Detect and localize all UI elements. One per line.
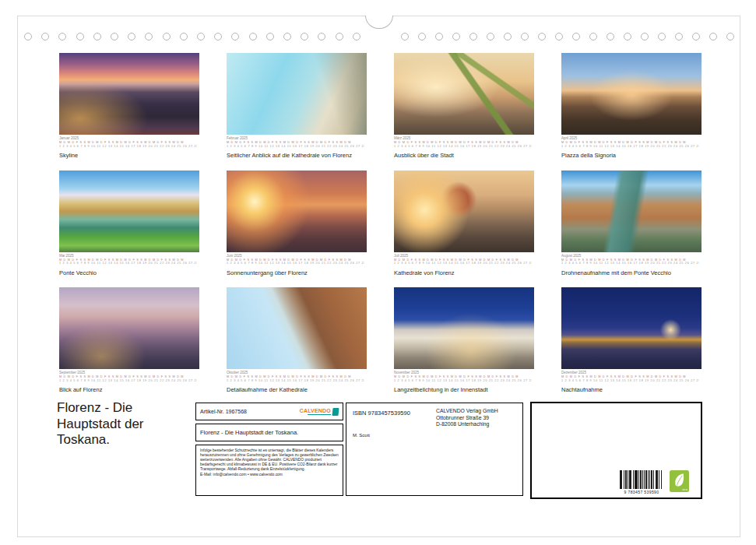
spiral-binding-holes-left	[24, 33, 360, 40]
month-photo-august	[561, 171, 701, 252]
binding-hole	[180, 33, 188, 40]
month-card-may: Mai 2025 M D M D F S S M D M D F S S M D…	[59, 171, 199, 288]
ean-barcode-number: 9 783457 539590	[616, 490, 667, 494]
month-photo-february	[227, 53, 367, 135]
month-caption: Skyline	[59, 152, 199, 159]
binding-hole	[709, 33, 717, 40]
binding-hole	[266, 33, 274, 40]
month-card-august: August 2025 M D M D F S S M D M D F S S …	[561, 171, 701, 288]
binding-hole	[231, 33, 239, 40]
month-caption: Sonnenuntergang über Florenz	[227, 269, 367, 276]
binding-hole	[555, 33, 563, 40]
mini-calendar-weekday-row: M D M D F S S M D M D F S S M D M D F S …	[227, 375, 364, 379]
month-label: November 2025	[394, 371, 534, 374]
month-card-february: Februar 2025 M D M D F S S M D M D F S S…	[227, 53, 367, 171]
binding-hole	[607, 33, 614, 40]
month-photo-november	[394, 287, 534, 369]
month-photo-october	[227, 287, 367, 369]
month-caption: Piazza della Signoria	[561, 152, 701, 159]
binding-hole	[538, 33, 546, 40]
spiral-binding-holes-right	[401, 33, 734, 40]
month-label: März 2025	[394, 136, 534, 140]
publisher-box: ISBN 9783457539590 M. Scott CALVENDO Ver…	[346, 403, 523, 496]
binding-hole	[93, 33, 101, 40]
month-caption: Nachtaufnahme	[561, 386, 701, 393]
eco-logo: eco	[670, 470, 689, 492]
article-number: Artikel-Nr. 1967568	[200, 409, 247, 414]
mini-calendar-date-row: 1 2 3 4 5 6 7 8 9 10 11 12 13 14 15 16 1…	[561, 379, 699, 383]
legal-text: Infolge bestehender Schutzrechte ist es …	[200, 448, 339, 472]
calendar-title: Florenz - Die Hauptstadt der Toskana.	[57, 400, 144, 448]
month-caption: Ponte Vecchio	[59, 269, 199, 276]
binding-hole	[401, 33, 409, 40]
calendar-title-line: Toskana.	[57, 432, 144, 448]
mini-calendar-date-row: 1 2 3 4 5 6 7 8 9 10 11 12 13 14 15 16 1…	[227, 145, 364, 149]
month-caption: Drohnenaufnahme mit dem Ponte Vecchio	[561, 269, 701, 276]
month-photo-may	[59, 171, 199, 252]
month-caption: Kathedrale von Florenz	[394, 269, 534, 276]
legal-text-box: Infolge bestehender Schutzrechte ist es …	[195, 445, 343, 496]
month-label: Februar 2025	[227, 136, 367, 140]
binding-hole	[675, 33, 683, 40]
isbn-text: ISBN 9783457539590	[353, 410, 410, 417]
calvendo-logo-wordmark: CALVENDO	[300, 408, 331, 413]
mini-calendar-date-row: 1 2 3 4 5 6 7 8 9 10 11 12 13 14 15 16 1…	[394, 379, 532, 383]
month-thumbnail-grid: Januar 2025 M D M D F S S M D M D F S S …	[59, 53, 729, 405]
author-name: M. Scott	[353, 433, 370, 438]
month-caption: Seitlicher Anblick auf die Kathedrale vo…	[227, 152, 367, 159]
binding-hole	[487, 33, 494, 40]
month-photo-december	[561, 287, 701, 369]
binding-hole	[504, 33, 512, 40]
product-title: Florenz - Die Hauptstadt der Toskana.	[200, 429, 298, 436]
mini-calendar-date-row: 1 2 3 4 5 6 7 8 9 10 11 12 13 14 15 16 1…	[59, 262, 197, 265]
binding-hole	[469, 33, 477, 40]
publisher-address: CALVENDO Verlag GmbH Ottobrunner Straße …	[436, 408, 498, 428]
barcode-box: 9 783457 539590 eco	[530, 402, 702, 499]
binding-hole	[418, 33, 426, 40]
binding-hole	[589, 33, 597, 40]
month-card-march: März 2025 M D M D F S S M D M D F S S M …	[394, 53, 534, 171]
info-column: Artikel-Nr. 1967568 CALVENDO Florenz - D…	[195, 403, 343, 496]
month-photo-september	[59, 287, 199, 369]
binding-hole	[163, 33, 171, 40]
calendar-back-page: Januar 2025 M D M D F S S M D M D F S S …	[17, 16, 740, 537]
binding-hole	[641, 33, 649, 40]
calvendo-logo: CALVENDO	[300, 408, 339, 416]
binding-hole	[24, 33, 32, 40]
mini-calendar-date-row: 1 2 3 4 5 6 7 8 9 10 11 12 13 14 15 16 1…	[59, 145, 197, 149]
month-card-june: Juni 2025 M D M D F S S M D M D F S S M …	[227, 171, 367, 288]
month-caption: Ausblick über die Stadt	[394, 152, 534, 159]
month-caption: Blick auf Florenz	[59, 386, 199, 393]
month-label: April 2025	[561, 136, 701, 140]
mini-calendar-date-row: 1 2 3 4 5 6 7 8 9 10 11 12 13 14 15 16 1…	[561, 145, 699, 149]
month-card-november: November 2025 M D M D F S S M D M D F S …	[394, 287, 534, 405]
eco-label: eco	[683, 487, 687, 491]
binding-hole	[521, 33, 529, 40]
ean-barcode	[620, 470, 662, 489]
mini-calendar-date-row: 1 2 3 4 5 6 7 8 9 10 11 12 13 14 15 16 1…	[59, 379, 197, 383]
month-card-january: Januar 2025 M D M D F S S M D M D F S S …	[59, 53, 199, 171]
mini-calendar-weekday-row: M D M D F S S M D M D F S S M D M D F S …	[59, 141, 197, 145]
month-photo-march	[394, 53, 534, 135]
month-label: September 2025	[59, 371, 199, 374]
month-label: Juli 2025	[394, 254, 534, 258]
month-label: Januar 2025	[59, 136, 199, 140]
binding-hole	[572, 33, 580, 40]
mini-calendar-date-row: 1 2 3 4 5 6 7 8 9 10 11 12 13 14 15 16 1…	[227, 379, 364, 383]
month-photo-july	[394, 171, 534, 252]
contact-line: E-Mail: info@calvendo.com • www.calvendo…	[200, 473, 339, 477]
mini-calendar-weekday-row: M D M D F S S M D M D F S S M D M D F S …	[227, 141, 364, 145]
mini-calendar-weekday-row: M D M D F S S M D M D F S S M D M D F S …	[394, 141, 532, 145]
binding-hole	[452, 33, 460, 40]
binding-hole	[353, 33, 360, 40]
month-card-december: Dezember 2025 M D M D F S S M D M D F S …	[561, 287, 701, 405]
month-label: Oktober 2025	[227, 371, 367, 374]
binding-hole	[658, 33, 666, 40]
month-caption: Langzeitbelichtung in der Innenstadt	[394, 386, 534, 393]
month-photo-april	[561, 53, 701, 135]
publisher-address-line: CALVENDO Verlag GmbH	[436, 408, 498, 415]
month-card-july: Juli 2025 M D M D F S S M D M D F S S M …	[394, 171, 534, 288]
binding-hole	[41, 33, 49, 40]
binding-hole	[336, 33, 343, 40]
mini-calendar-date-row: 1 2 3 4 5 6 7 8 9 10 11 12 13 14 15 16 1…	[561, 262, 699, 265]
